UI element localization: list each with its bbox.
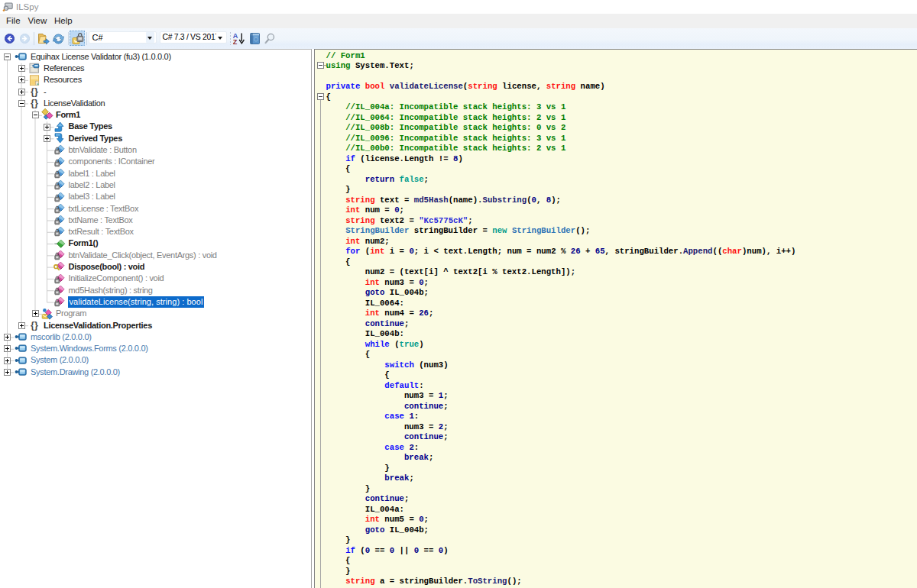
svg-text:{}: {} — [31, 86, 38, 97]
svg-text:{}: {} — [31, 320, 38, 331]
svg-text:Z: Z — [233, 38, 238, 44]
svg-text:{}: {} — [31, 98, 38, 108]
